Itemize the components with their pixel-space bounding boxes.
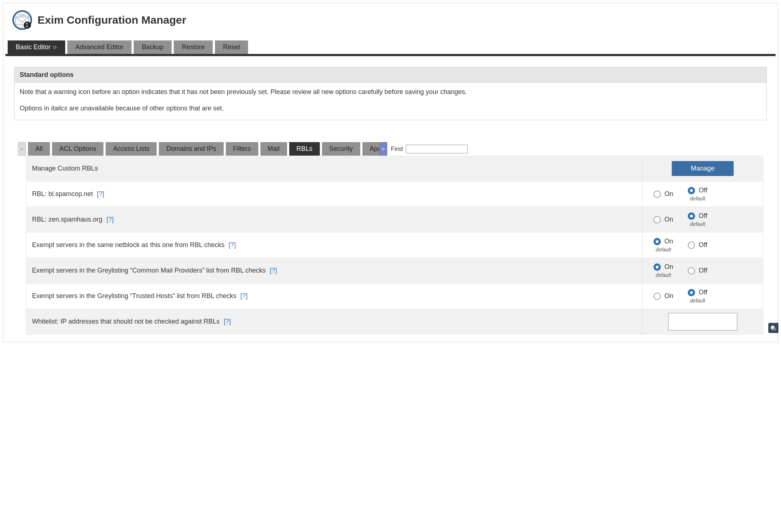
rbl-spamcop-on-group: On bbox=[654, 190, 673, 198]
rbl-spamhaus-on-group: On bbox=[654, 216, 673, 223]
settings-label-cell: RBL: zen.spamhaus.org [?] bbox=[26, 207, 643, 232]
settings-control-cell: OnOffdefault bbox=[643, 181, 763, 207]
default-indicator: default bbox=[690, 221, 705, 227]
exempt-greylist-common-on-label: On bbox=[664, 263, 673, 271]
inner-tab-security[interactable]: Security bbox=[322, 142, 360, 156]
tabs-scroll-right-button[interactable]: > bbox=[379, 142, 387, 156]
settings-label-cell: Exempt servers in the same netblock as t… bbox=[26, 232, 643, 258]
notice-line-1: Note that a warning icon before an optio… bbox=[20, 87, 761, 97]
help-link[interactable]: [?] bbox=[97, 190, 104, 197]
settings-control-cell: OndefaultOff bbox=[643, 232, 763, 258]
app-header: EXIM Exim Configuration Manager bbox=[3, 3, 778, 40]
default-indicator: default bbox=[656, 272, 671, 278]
settings-control-cell: OnOffdefault bbox=[643, 207, 763, 232]
feedback-badge-icon[interactable] bbox=[768, 323, 778, 333]
tab-backup[interactable]: Backup bbox=[134, 40, 172, 54]
settings-row-rbl-spamhaus: RBL: zen.spamhaus.org [?]OnOffdefault bbox=[26, 207, 763, 232]
exempt-netblock-off-radio[interactable] bbox=[688, 242, 695, 249]
help-link[interactable]: [?] bbox=[240, 292, 248, 300]
whitelist-ips-textarea[interactable] bbox=[668, 313, 737, 330]
rbl-spamcop-on-radio[interactable] bbox=[654, 191, 661, 198]
page-title: Exim Configuration Manager bbox=[38, 14, 186, 26]
rbl-spamcop-on-label: On bbox=[664, 190, 673, 198]
exempt-netblock-off-label: Off bbox=[699, 241, 707, 249]
help-link[interactable]: [?] bbox=[106, 216, 114, 223]
setting-label: Exempt servers in the Greylisting “Trust… bbox=[32, 292, 236, 300]
svg-point-10 bbox=[774, 329, 774, 329]
default-indicator: default bbox=[690, 298, 705, 304]
setting-label: RBL: zen.spamhaus.org bbox=[32, 216, 102, 223]
inner-tab-apache-spamassassin[interactable]: Apache SpamAssas bbox=[362, 142, 379, 156]
find-label: Find bbox=[391, 145, 403, 153]
settings-control-cell: Manage bbox=[643, 156, 763, 181]
inner-tab-access-lists[interactable]: Access Lists bbox=[106, 142, 157, 156]
tab-basic-editor[interactable]: Basic Editor⟳ bbox=[8, 40, 65, 54]
svg-point-11 bbox=[775, 329, 775, 329]
standard-options-notice: Standard options Note that a warning ico… bbox=[14, 67, 767, 120]
rbl-spamhaus-on-label: On bbox=[664, 216, 673, 223]
inner-tab-mail[interactable]: Mail bbox=[260, 142, 287, 156]
svg-point-7 bbox=[772, 327, 773, 328]
rbl-spamhaus-off-group: Offdefault bbox=[688, 212, 707, 227]
svg-text:EXIM: EXIM bbox=[20, 14, 25, 16]
tab-label: Restore bbox=[182, 43, 205, 51]
notice-body: Note that a warning icon before an optio… bbox=[15, 83, 766, 120]
settings-label-cell: Exempt servers in the Greylisting “Trust… bbox=[26, 283, 643, 309]
exempt-greylist-trusted-on-label: On bbox=[664, 292, 673, 300]
exempt-greylist-common-on-group: Ondefault bbox=[654, 263, 673, 278]
settings-row-rbl-spamcop: RBL: bl.spamcop.net [?]OnOffdefault bbox=[26, 181, 763, 207]
exempt-netblock-on-label: On bbox=[664, 238, 673, 245]
manage-button[interactable]: Manage bbox=[672, 161, 733, 176]
rbl-spamhaus-off-radio[interactable] bbox=[688, 212, 695, 220]
notice-header: Standard options bbox=[15, 67, 766, 83]
exempt-greylist-common-on-radio[interactable] bbox=[654, 263, 661, 271]
inner-tabstrip: < AllACL OptionsAccess ListsDomains and … bbox=[18, 142, 767, 156]
setting-label: Whitelist: IP addresses that should not … bbox=[32, 318, 220, 325]
exempt-greylist-trusted-on-group: On bbox=[654, 292, 673, 300]
exempt-netblock-off-group: Off bbox=[688, 241, 707, 249]
rbl-spamcop-off-label: Off bbox=[699, 187, 707, 194]
exempt-greylist-trusted-off-label: Off bbox=[699, 289, 707, 296]
exim-logo-icon: EXIM bbox=[12, 10, 32, 30]
default-indicator: default bbox=[690, 196, 705, 202]
exempt-greylist-trusted-off-radio[interactable] bbox=[688, 289, 695, 296]
settings-row-manage-custom-rbls: Manage Custom RBLsManage bbox=[26, 156, 763, 181]
exempt-netblock-on-radio[interactable] bbox=[654, 238, 661, 245]
inner-tab-rbls[interactable]: RBLs bbox=[289, 142, 320, 156]
find-wrap: Find bbox=[391, 142, 468, 156]
tab-reset[interactable]: Reset bbox=[215, 40, 248, 54]
rbl-spamhaus-on-radio[interactable] bbox=[654, 216, 661, 223]
exempt-greylist-common-off-group: Off bbox=[688, 267, 707, 274]
help-link[interactable]: [?] bbox=[229, 241, 236, 249]
settings-control-cell bbox=[643, 309, 763, 334]
settings-control-cell: OndefaultOff bbox=[643, 258, 763, 283]
inner-tab-all[interactable]: All bbox=[28, 142, 50, 156]
setting-label: RBL: bl.spamcop.net bbox=[32, 190, 93, 197]
notice-line-2: Options in italics are unavailable becau… bbox=[20, 103, 761, 113]
tab-restore[interactable]: Restore bbox=[174, 40, 213, 54]
tab-advanced-editor[interactable]: Advanced Editor bbox=[67, 40, 132, 54]
settings-label-cell: RBL: bl.spamcop.net [?] bbox=[26, 181, 643, 207]
rbl-spamcop-off-radio[interactable] bbox=[688, 187, 695, 194]
tab-label: Advanced Editor bbox=[75, 43, 123, 51]
settings-label-cell: Whitelist: IP addresses that should not … bbox=[26, 309, 643, 334]
help-link[interactable]: [?] bbox=[270, 267, 277, 274]
exempt-greylist-trusted-on-radio[interactable] bbox=[654, 293, 661, 300]
tabs-scroll-left-button[interactable]: < bbox=[18, 142, 26, 156]
settings-label-cell: Exempt servers in the Greylisting “Commo… bbox=[26, 258, 643, 283]
help-link[interactable]: [?] bbox=[224, 318, 231, 325]
settings-row-exempt-greylist-trusted: Exempt servers in the Greylisting “Trust… bbox=[26, 283, 763, 309]
inner-tab-filters[interactable]: Filters bbox=[226, 142, 258, 156]
tab-label: Basic Editor bbox=[16, 43, 51, 51]
svg-point-9 bbox=[773, 328, 776, 330]
find-input[interactable] bbox=[406, 145, 468, 153]
exempt-greylist-common-off-radio[interactable] bbox=[688, 267, 695, 274]
exempt-greylist-trusted-off-group: Offdefault bbox=[688, 289, 707, 304]
exempt-netblock-on-group: Ondefault bbox=[654, 238, 673, 253]
setting-label: Exempt servers in the Greylisting “Commo… bbox=[32, 267, 266, 274]
inner-tab-domains-and-ips[interactable]: Domains and IPs bbox=[159, 142, 223, 156]
inner-tab-acl-options[interactable]: ACL Options bbox=[52, 142, 103, 156]
tab-label: Backup bbox=[142, 43, 164, 51]
settings-row-exempt-greylist-common: Exempt servers in the Greylisting “Commo… bbox=[26, 258, 763, 283]
default-indicator: default bbox=[656, 247, 671, 253]
